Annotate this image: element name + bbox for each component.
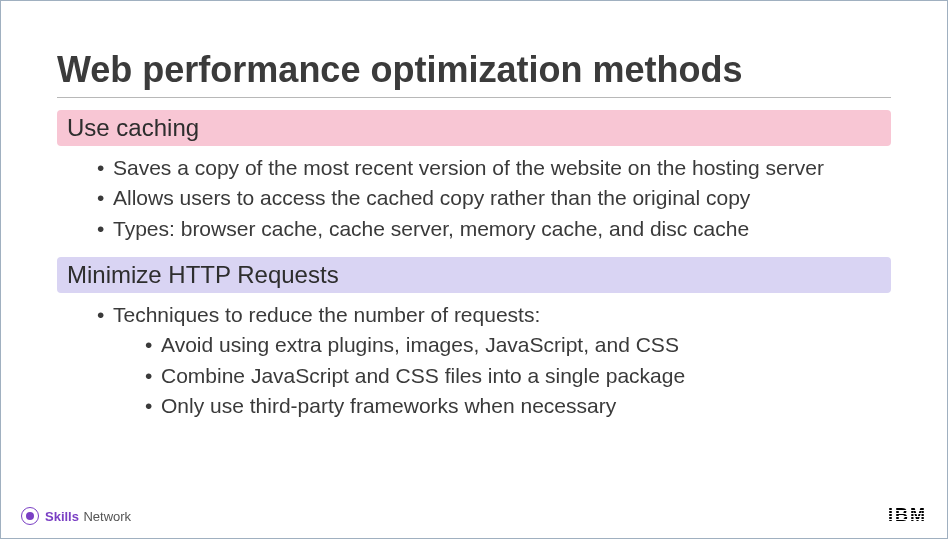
footer-network-text: Network [83, 509, 131, 524]
list-item: Allows users to access the cached copy r… [97, 184, 891, 212]
slide-title: Web performance optimization methods [57, 49, 891, 98]
footer-skills-text: Skills [45, 509, 79, 524]
slide-footer: Skills Network IBM [21, 505, 927, 526]
list-item: Types: browser cache, cache server, memo… [97, 215, 891, 243]
list-item: Techniques to reduce the number of reque… [97, 301, 891, 329]
list-item: Only use third-party frameworks when nec… [145, 392, 891, 420]
skills-network-icon [21, 507, 39, 525]
list-item: Combine JavaScript and CSS files into a … [145, 362, 891, 390]
bullet-list-caching: Saves a copy of the most recent version … [57, 154, 891, 243]
skills-network-logo: Skills Network [21, 507, 131, 525]
sub-bullet-list: Avoid using extra plugins, images, JavaS… [97, 331, 891, 420]
bullet-list-http: Techniques to reduce the number of reque… [57, 301, 891, 420]
section-header-caching: Use caching [57, 110, 891, 146]
list-item: Avoid using extra plugins, images, JavaS… [145, 331, 891, 359]
section-header-http: Minimize HTTP Requests [57, 257, 891, 293]
ibm-logo: IBM [888, 505, 927, 526]
list-item: Saves a copy of the most recent version … [97, 154, 891, 182]
slide-content: Web performance optimization methods Use… [1, 1, 947, 420]
